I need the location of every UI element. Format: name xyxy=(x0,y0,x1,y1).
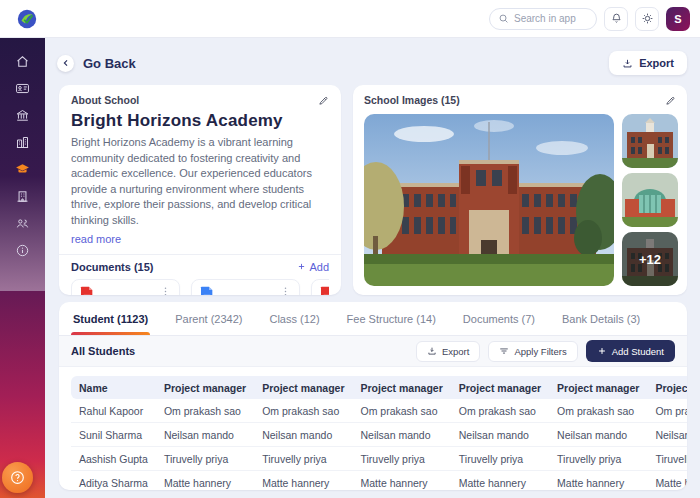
document-card[interactable]: Document.docx2.4 MBUploaded on 01 June 2… xyxy=(191,279,300,295)
table-row[interactable]: Rahul KapoorOm prakash saoOm prakash sao… xyxy=(71,399,687,423)
tab-parent-2342[interactable]: Parent (2342) xyxy=(173,302,244,335)
page-export-label: Export xyxy=(639,57,674,69)
office-icon xyxy=(15,189,30,204)
table-cell: Tiruvelly priya xyxy=(451,447,549,471)
school-description: Bright Horizons Academy is a vibrant lea… xyxy=(71,135,329,229)
search-input-wrapper xyxy=(489,8,597,30)
column-header: Project manager xyxy=(156,376,254,399)
plus-icon xyxy=(297,262,306,271)
app-logo-icon[interactable] xyxy=(16,8,38,30)
school-images-label: School Images (15) xyxy=(364,94,460,106)
settings-button[interactable] xyxy=(635,7,659,31)
kebab-icon xyxy=(280,286,291,295)
sidebar xyxy=(0,38,45,498)
tab-bank-details-3[interactable]: Bank Details (3) xyxy=(560,302,642,335)
students-card: Student (1123)Parent (2342)Class (12)Fee… xyxy=(59,302,687,490)
table-cell: Om prakash sao xyxy=(451,399,549,423)
sidebar-item-bank[interactable] xyxy=(0,102,45,129)
edit-images-button[interactable] xyxy=(665,95,676,106)
page-export-button[interactable]: Export xyxy=(609,51,687,75)
add-document-button[interactable]: Add xyxy=(297,261,329,273)
table-cell: Om prakash sao xyxy=(156,399,254,423)
table-row[interactable]: Aditya SharmaMatte hanneryMatte hanneryM… xyxy=(71,471,687,490)
all-students-title: All Students xyxy=(71,345,135,357)
pencil-icon xyxy=(318,95,329,106)
table-row[interactable]: Sunil SharmaNeilsan mandoNeilsan mandoNe… xyxy=(71,423,687,447)
documents-label: Documents (15) xyxy=(71,261,154,273)
school-main-photo[interactable] xyxy=(364,114,614,286)
about-school-label: About School xyxy=(71,94,139,106)
column-header: Project manager xyxy=(549,376,647,399)
sidebar-item-info[interactable] xyxy=(0,237,45,264)
tab-class-12[interactable]: Class (12) xyxy=(267,302,321,335)
school-building-illustration xyxy=(364,114,614,286)
city-icon xyxy=(15,135,30,150)
document-card[interactable]: Document.pdf2.4 MBUploaded on 01 June 20… xyxy=(71,279,180,295)
pdf-file-icon xyxy=(80,286,94,295)
document-menu-button[interactable] xyxy=(160,286,171,295)
notifications-button[interactable] xyxy=(604,7,628,31)
thumb-building-illustration xyxy=(622,114,678,168)
add-student-button[interactable]: Add Student xyxy=(586,340,675,362)
bell-icon xyxy=(610,12,623,25)
help-button[interactable] xyxy=(2,462,33,493)
table-cell: Tiruvelly priya xyxy=(647,447,687,471)
table-cell: Om prakash sao xyxy=(647,399,687,423)
table-cell: Matte hannery xyxy=(451,471,549,490)
read-more-link[interactable]: read more xyxy=(71,233,121,245)
sidebar-item-city[interactable] xyxy=(0,129,45,156)
students-toolbar: All Students Export Apply Filters Add St… xyxy=(59,336,687,367)
school-icon xyxy=(15,162,30,177)
table-cell: Aashish Gupta xyxy=(71,447,156,471)
users-icon xyxy=(15,216,30,231)
school-thumb-more[interactable]: +12 xyxy=(622,232,678,286)
tab-documents-7[interactable]: Documents (7) xyxy=(461,302,537,335)
download-icon xyxy=(427,346,437,356)
table-cell: Tiruvelly priya xyxy=(156,447,254,471)
topbar: S xyxy=(0,0,700,38)
export-label: Export xyxy=(442,346,469,357)
school-thumb-1[interactable] xyxy=(622,114,678,168)
school-thumb-2[interactable] xyxy=(622,173,678,227)
documents-list: Document.pdf2.4 MBUploaded on 01 June 20… xyxy=(71,279,329,295)
document-menu-button[interactable] xyxy=(280,286,291,295)
apply-filters-button[interactable]: Apply Filters xyxy=(488,341,577,362)
column-header: Project manager xyxy=(352,376,450,399)
table-cell: Sunil Sharma xyxy=(71,423,156,447)
table-cell: Neilsan mando xyxy=(451,423,549,447)
tab-fee-structure-14[interactable]: Fee Structure (14) xyxy=(345,302,438,335)
table-cell: Om prakash sao xyxy=(254,399,352,423)
table-cell: Om prakash sao xyxy=(549,399,647,423)
tab-student-1123[interactable]: Student (1123) xyxy=(71,302,150,335)
about-school-card: About School Bright Horizons Academy Bri… xyxy=(59,85,341,295)
table-cell: Matte hannery xyxy=(254,471,352,490)
edit-about-button[interactable] xyxy=(318,95,329,106)
tab-bar: Student (1123)Parent (2342)Class (12)Fee… xyxy=(59,302,687,336)
students-table: NameProject managerProject managerProjec… xyxy=(71,376,687,490)
search-input[interactable] xyxy=(514,13,588,24)
sidebar-item-users[interactable] xyxy=(0,210,45,237)
table-cell: Tiruvelly priya xyxy=(549,447,647,471)
sidebar-item-id-card[interactable] xyxy=(0,75,45,102)
back-button[interactable] xyxy=(57,55,74,72)
chevron-left-icon xyxy=(61,58,71,68)
document-card[interactable]: Document.pdf2.4 MBUploaded on 01 June 20… xyxy=(311,279,329,295)
sidebar-item-school[interactable] xyxy=(0,156,45,183)
gear-icon xyxy=(641,12,654,25)
sidebar-item-office[interactable] xyxy=(0,183,45,210)
sidebar-item-home[interactable] xyxy=(0,48,45,75)
table-row[interactable]: Aashish GuptaTiruvelly priyaTiruvelly pr… xyxy=(71,447,687,471)
search-icon xyxy=(498,13,509,24)
avatar[interactable]: S xyxy=(666,7,690,31)
table-cell: Neilsan mando xyxy=(647,423,687,447)
table-cell: Matte hannery xyxy=(647,471,687,490)
export-button[interactable]: Export xyxy=(416,341,480,362)
pencil-icon xyxy=(665,95,676,106)
table-cell: Neilsan mando xyxy=(254,423,352,447)
info-icon xyxy=(15,243,30,258)
school-name: Bright Horizons Academy xyxy=(71,111,329,131)
breadcrumb: Go Back Export xyxy=(57,50,687,76)
table-cell: Tiruvelly priya xyxy=(254,447,352,471)
home-icon xyxy=(15,54,30,69)
page-title: Go Back xyxy=(83,56,136,71)
